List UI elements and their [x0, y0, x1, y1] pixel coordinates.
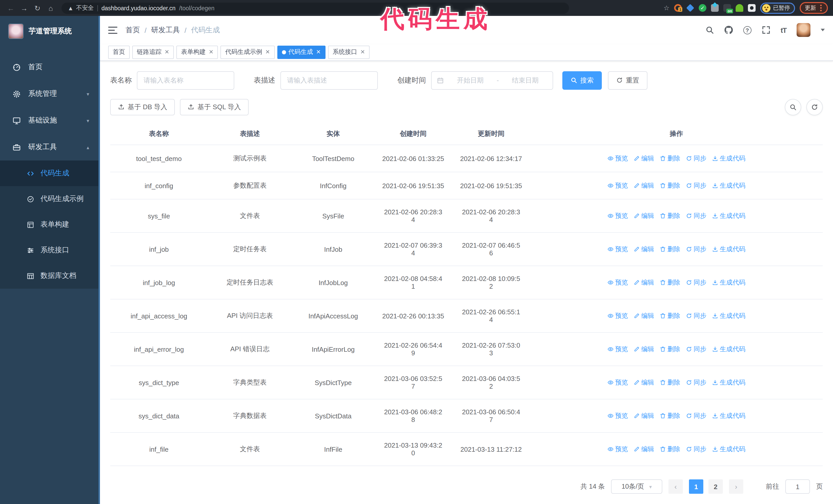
browser-reload-icon[interactable]: ↻ [32, 2, 43, 14]
tab-4[interactable]: 代码生成✕ [277, 46, 325, 59]
action-eye-link[interactable]: 预览 [608, 181, 628, 190]
action-download-link[interactable]: 生成代码 [712, 411, 745, 420]
goto-page-input[interactable] [785, 479, 810, 494]
action-sync-link[interactable]: 同步 [686, 311, 706, 320]
extensions-puzzle-icon[interactable] [748, 4, 756, 12]
search-button[interactable]: 搜索 [562, 71, 602, 90]
end-date-placeholder[interactable]: 结束日期 [503, 76, 547, 85]
action-eye-link[interactable]: 预览 [608, 378, 628, 387]
action-trash-link[interactable]: 删除 [660, 212, 680, 220]
action-edit-link[interactable]: 编辑 [634, 445, 654, 454]
sidebar-item-3[interactable]: 研发工具▴ [0, 134, 98, 161]
action-eye-link[interactable]: 预览 [608, 445, 628, 454]
chevron-down-icon[interactable] [821, 29, 825, 31]
action-trash-link[interactable]: 删除 [660, 445, 680, 454]
action-download-link[interactable]: 生成代码 [712, 181, 745, 190]
action-download-link[interactable]: 生成代码 [712, 378, 745, 387]
action-download-link[interactable]: 生成代码 [712, 212, 745, 220]
security-warning[interactable]: ▲不安全 [68, 4, 94, 12]
action-sync-link[interactable]: 同步 [686, 445, 706, 454]
action-edit-link[interactable]: 编辑 [634, 311, 654, 320]
bookmark-star-icon[interactable]: ☆ [664, 4, 669, 12]
action-eye-link[interactable]: 预览 [608, 212, 628, 220]
action-eye-link[interactable]: 预览 [608, 154, 628, 163]
sidebar-item-0[interactable]: 首页 [0, 54, 98, 80]
hamburger-icon[interactable] [108, 26, 117, 33]
close-icon[interactable]: ✕ [165, 49, 169, 56]
profile-paused-badge[interactable]: 已暂停 [760, 2, 795, 14]
action-download-link[interactable]: 生成代码 [712, 311, 745, 320]
reset-button[interactable]: 重置 [608, 71, 647, 90]
action-sync-link[interactable]: 同步 [686, 154, 706, 163]
action-eye-link[interactable]: 预览 [608, 245, 628, 254]
action-download-link[interactable]: 生成代码 [712, 445, 745, 454]
browser-menu-icon[interactable] [820, 7, 822, 9]
action-trash-link[interactable]: 删除 [660, 245, 680, 254]
browser-home-icon[interactable]: ⌂ [45, 2, 56, 14]
action-edit-link[interactable]: 编辑 [634, 154, 654, 163]
action-trash-link[interactable]: 删除 [660, 345, 680, 354]
sidebar-item-2[interactable]: 基础设施▾ [0, 107, 98, 134]
action-eye-link[interactable]: 预览 [608, 278, 628, 287]
page-button-1[interactable]: 1 [689, 479, 703, 494]
import-sql-button[interactable]: 基于 SQL 导入 [180, 99, 249, 115]
action-eye-link[interactable]: 预览 [608, 411, 628, 420]
tab-3[interactable]: 代码生成示例✕ [221, 46, 275, 59]
date-range-picker[interactable]: 开始日期 - 结束日期 [431, 71, 553, 90]
sidebar-subitem-1[interactable]: 代码生成示例 [0, 186, 98, 212]
browser-update-button[interactable]: 更新 [800, 2, 828, 14]
action-edit-link[interactable]: 编辑 [634, 278, 654, 287]
action-sync-link[interactable]: 同步 [686, 181, 706, 190]
sidebar-subitem-4[interactable]: 数据库文档 [0, 263, 98, 289]
table-desc-input[interactable] [280, 71, 378, 90]
page-button-2[interactable]: 2 [709, 479, 723, 494]
action-edit-link[interactable]: 编辑 [634, 411, 654, 420]
toggle-search-button[interactable] [785, 99, 801, 115]
action-edit-link[interactable]: 编辑 [634, 245, 654, 254]
action-download-link[interactable]: 生成代码 [712, 154, 745, 163]
search-icon[interactable] [705, 26, 714, 34]
font-size-icon[interactable]: tT [781, 26, 786, 34]
action-sync-link[interactable]: 同步 [686, 378, 706, 387]
action-edit-link[interactable]: 编辑 [634, 345, 654, 354]
extension-sliders-icon[interactable] [711, 4, 719, 12]
tab-1[interactable]: 链路追踪✕ [132, 46, 174, 59]
action-sync-link[interactable]: 同步 [686, 212, 706, 220]
tab-0[interactable]: 首页 [108, 46, 130, 59]
close-icon[interactable]: ✕ [209, 49, 213, 56]
action-sync-link[interactable]: 同步 [686, 245, 706, 254]
tab-2[interactable]: 表单构建✕ [176, 46, 218, 59]
extension-check-icon[interactable]: ✓ [699, 4, 706, 12]
prev-page-button[interactable]: ‹ [668, 479, 683, 494]
sidebar-subitem-2[interactable]: 表单构建 [0, 212, 98, 237]
action-trash-link[interactable]: 删除 [660, 154, 680, 163]
github-icon[interactable] [724, 26, 733, 34]
help-icon[interactable]: ? [743, 26, 752, 34]
table-name-input[interactable] [137, 71, 234, 90]
action-eye-link[interactable]: 预览 [608, 311, 628, 320]
page-size-select[interactable]: 10条/页▾ [611, 479, 662, 494]
action-trash-link[interactable]: 删除 [660, 378, 680, 387]
sidebar-subitem-3[interactable]: 系统接口 [0, 237, 98, 263]
extension-key-icon[interactable] [736, 4, 743, 12]
close-icon[interactable]: ✕ [265, 49, 270, 56]
extension-gem-icon[interactable] [686, 4, 694, 12]
action-sync-link[interactable]: 同步 [686, 278, 706, 287]
extension-orange-icon[interactable]: 1 [674, 4, 682, 12]
browser-back-icon[interactable]: ← [5, 2, 17, 14]
user-avatar[interactable] [796, 23, 810, 37]
breadcrumb-tools[interactable]: 研发工具 [151, 25, 180, 34]
action-download-link[interactable]: 生成代码 [712, 245, 745, 254]
browser-forward-icon[interactable]: → [19, 2, 30, 14]
sidebar-subitem-0[interactable]: 代码生成 [0, 161, 98, 186]
action-sync-link[interactable]: 同步 [686, 411, 706, 420]
action-edit-link[interactable]: 编辑 [634, 378, 654, 387]
address-bar[interactable]: ▲不安全 dashboard.yudao.iocoder.cn/tool/cod… [62, 2, 569, 14]
extension-box-icon[interactable]: on [723, 4, 731, 12]
action-trash-link[interactable]: 删除 [660, 278, 680, 287]
action-trash-link[interactable]: 删除 [660, 411, 680, 420]
sidebar-item-1[interactable]: 系统管理▾ [0, 80, 98, 107]
close-icon[interactable]: ✕ [316, 49, 320, 56]
breadcrumb-home[interactable]: 首页 [125, 25, 140, 34]
fullscreen-icon[interactable] [762, 26, 770, 34]
